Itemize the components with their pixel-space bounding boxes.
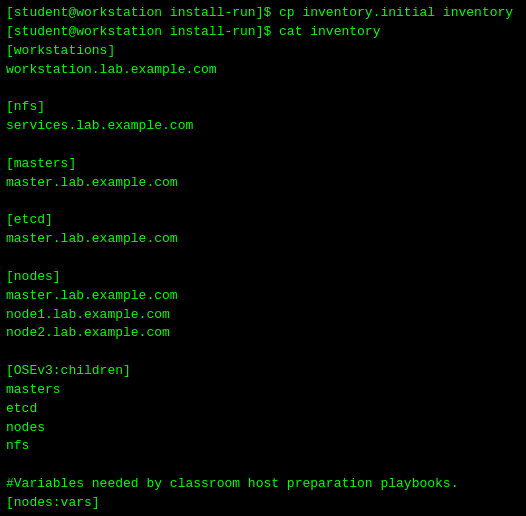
terminal-line-nodes-host2: node1.lab.example.com bbox=[6, 306, 520, 325]
terminal-line-osev3-child2: etcd bbox=[6, 400, 520, 419]
terminal-line-empty5 bbox=[6, 343, 520, 362]
terminal-line-osev3-header: [OSEv3:children] bbox=[6, 362, 520, 381]
terminal-window: [student@workstation install-run]$ cp in… bbox=[0, 0, 526, 516]
terminal-line-etcd-header: [etcd] bbox=[6, 211, 520, 230]
terminal-line-cmd2: [student@workstation install-run]$ cat i… bbox=[6, 23, 520, 42]
terminal-line-nodes-host3: node2.lab.example.com bbox=[6, 324, 520, 343]
terminal-line-ws-header: [workstations] bbox=[6, 42, 520, 61]
terminal-line-empty6 bbox=[6, 456, 520, 475]
terminal-line-osev3-child3: nodes bbox=[6, 419, 520, 438]
terminal-line-masters-host: master.lab.example.com bbox=[6, 174, 520, 193]
terminal-line-ws-host: workstation.lab.example.com bbox=[6, 61, 520, 80]
terminal-line-cmd1: [student@workstation install-run]$ cp in… bbox=[6, 4, 520, 23]
terminal-line-comment1: #Variables needed by classroom host prep… bbox=[6, 475, 520, 494]
terminal-line-empty3 bbox=[6, 192, 520, 211]
terminal-line-empty4 bbox=[6, 249, 520, 268]
terminal-line-nodes-header: [nodes] bbox=[6, 268, 520, 287]
terminal-line-nodes-host1: master.lab.example.com bbox=[6, 287, 520, 306]
terminal-line-nfs-header: [nfs] bbox=[6, 98, 520, 117]
terminal-line-empty1 bbox=[6, 79, 520, 98]
terminal-line-empty2 bbox=[6, 136, 520, 155]
terminal-line-vars-header: [nodes:vars] bbox=[6, 494, 520, 513]
terminal-line-nfs-host: services.lab.example.com bbox=[6, 117, 520, 136]
terminal-line-masters-header: [masters] bbox=[6, 155, 520, 174]
terminal-line-osev3-child1: masters bbox=[6, 381, 520, 400]
terminal-line-etcd-host: master.lab.example.com bbox=[6, 230, 520, 249]
terminal-line-osev3-child4: nfs bbox=[6, 437, 520, 456]
